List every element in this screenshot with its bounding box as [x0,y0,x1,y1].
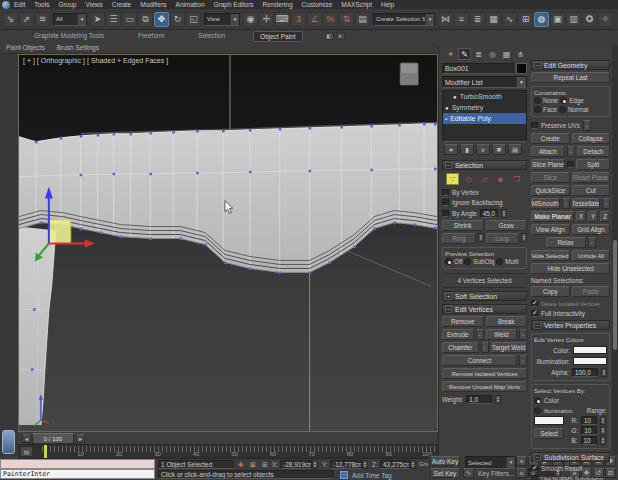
vertex-color-swatch[interactable] [573,346,607,354]
weld-button[interactable]: Weld [486,329,518,340]
rollout-edit-geometry[interactable]: −Edit Geometry [531,60,610,70]
configure-modifier-sets-icon[interactable]: ▤ [508,144,522,155]
time-slider-back-icon[interactable]: ◄ [22,434,31,443]
hide-unselected-button[interactable]: Hide Unselected [531,263,610,274]
object-color-swatch[interactable] [516,63,527,74]
rollout-edit-vertices[interactable]: −Edit Vertices [442,304,527,314]
extrude-settings-icon[interactable]: ▫ [476,329,484,340]
graphite-ribbon-toggle-icon[interactable]: ▦ [486,12,501,27]
default-tangents-icon[interactable]: ∿ [463,468,474,478]
remove-modifier-icon[interactable]: ✖ [492,144,506,155]
repeat-last-button[interactable]: Repeat Last [531,72,610,83]
time-tag-icon[interactable] [340,471,348,479]
shrink-button[interactable]: Shrink [442,220,484,231]
ribbon-tab-freeform[interactable]: Freeform [132,31,170,42]
range-g-spinner[interactable] [600,426,606,435]
by-angle-field[interactable]: 45,0 [480,209,498,218]
quickslice-button[interactable]: QuickSlice [531,185,570,196]
attach-settings-icon[interactable]: ▫ [567,146,575,157]
planar-x-button[interactable]: X [576,211,586,222]
extrude-button[interactable]: Extrude [442,329,474,340]
auto-key-button[interactable]: Auto Key [430,456,460,466]
make-unique-icon[interactable]: ∨ [476,144,490,155]
y-spinner[interactable] [362,460,368,469]
range-r-field[interactable]: 10 [581,416,597,425]
remove-unused-map-verts-button[interactable]: Remove Unused Map Verts [442,381,527,392]
show-end-result-icon[interactable]: ▮ [460,144,474,155]
menu-help[interactable]: Help [381,1,394,8]
subobject-edge-icon[interactable]: ◇ [462,173,475,185]
remove-isolated-vertices-button[interactable]: Remove Isolated Vertices [442,368,527,379]
window-crossing-icon[interactable]: ⧉ [138,12,153,27]
manage-layers-icon[interactable]: ≣ [470,12,485,27]
select-by-color-button[interactable]: Select [534,428,564,439]
loop-spinner[interactable] [521,233,527,242]
macro-recorder-pane[interactable] [0,459,155,469]
view-align-button[interactable]: View Align [531,224,570,235]
weight-field[interactable]: 1,0 [466,395,492,404]
panel-scrollbar-thumb[interactable] [613,240,617,350]
make-planar-button[interactable]: Make Planar [531,211,574,222]
viewport-canvas[interactable]: [ + ] [ Orthographic ] [ Shaded + Edged … [18,54,438,432]
use-pivot-point-center-icon[interactable]: ◉ [243,12,258,27]
menu-rendering[interactable]: Rendering [263,1,293,8]
ribbon-flyout-chevron-icon[interactable]: ▾ [336,32,345,40]
panel-tab-create-icon[interactable]: ✶ [444,48,457,60]
tessellate-settings-icon[interactable]: ▫ [602,198,610,209]
use-nurms-checkbox[interactable] [531,475,538,480]
paste-button[interactable]: Paste [572,286,611,297]
constraint-none-radio[interactable] [534,97,541,104]
illumination-swatch[interactable] [573,357,607,365]
constraint-normal-radio[interactable] [559,106,566,113]
menu-maxscript[interactable]: MAXScript [341,1,372,8]
select-by-illumination-radio[interactable] [534,407,541,414]
ribbon-subtab-paint-objects[interactable]: Paint Objects [6,44,45,51]
by-angle-checkbox[interactable] [442,210,449,217]
weight-spinner[interactable] [495,395,501,404]
named-selection-sets-dropdown[interactable]: Create Selection Se▼ [373,13,435,26]
y-coord-field[interactable]: -12,778cm [330,460,362,469]
panel-tab-utilities-icon[interactable]: ⋔ [514,48,527,60]
time-slider[interactable]: ◄ 0 / 100 ► [18,432,438,445]
range-b-field[interactable]: 10 [581,436,597,445]
panel-tab-modify-icon[interactable]: ✎ [458,48,471,60]
menu-customize[interactable]: Customize [302,1,333,8]
preview-off-radio[interactable] [445,258,452,265]
remove-button[interactable]: Remove [442,316,484,327]
ribbon-tab-object-paint[interactable]: Object Paint [253,31,302,42]
loop-button[interactable]: Loop [486,233,520,244]
full-interactivity-checkbox[interactable] [531,310,538,317]
modifier-bulb-icon[interactable]: ● [453,94,457,100]
relax-button[interactable]: Relax [546,237,586,248]
ring-spinner[interactable] [478,233,484,242]
rendered-frame-window-icon[interactable]: ▥ [566,12,581,27]
collapse-button[interactable]: Collapse [572,133,611,144]
alpha-field[interactable]: 100,0 [572,368,598,377]
material-editor-icon[interactable]: ◍ [534,12,549,27]
render-production-icon[interactable]: ✪ [582,12,597,27]
detach-button[interactable]: Detach [577,146,611,157]
select-by-name-icon[interactable]: ☰ [106,12,121,27]
relax-settings-icon[interactable]: ▫ [588,237,596,248]
isolate-selection-icon[interactable]: ✚ [236,460,246,469]
rollout-selection[interactable]: −Selection [442,160,527,170]
panel-tab-motion-icon[interactable]: ◎ [486,48,499,60]
menu-tools[interactable]: Tools [34,1,49,8]
schematic-view-icon[interactable]: ⊞ [518,12,533,27]
smooth-result-checkbox[interactable] [531,465,538,472]
select-and-manipulate-icon[interactable]: ✛ [259,12,274,27]
menu-modifiers[interactable]: Modifiers [140,1,166,8]
planar-y-button[interactable]: Y [588,211,598,222]
select-and-scale-icon[interactable]: ◱ [186,12,201,27]
reference-coordinate-system-dropdown[interactable]: View▼ [204,13,240,26]
modifier-stack-item-symmetry[interactable]: ●Symmetry [443,102,526,113]
chamfer-settings-icon[interactable]: ▫ [481,342,489,353]
panel-tab-hierarchy-icon[interactable]: ≣ [472,48,485,60]
render-setup-icon[interactable]: ▣ [550,12,565,27]
panel-tab-display-icon[interactable]: ▦ [500,48,513,60]
msmooth-settings-icon[interactable]: ▫ [562,198,570,209]
mini-listener-toggle-icon[interactable] [2,430,15,454]
set-key-button[interactable]: Set Key [430,468,460,478]
preserve-uvs-checkbox[interactable] [531,122,538,129]
constraint-edge-radio[interactable] [560,97,567,104]
